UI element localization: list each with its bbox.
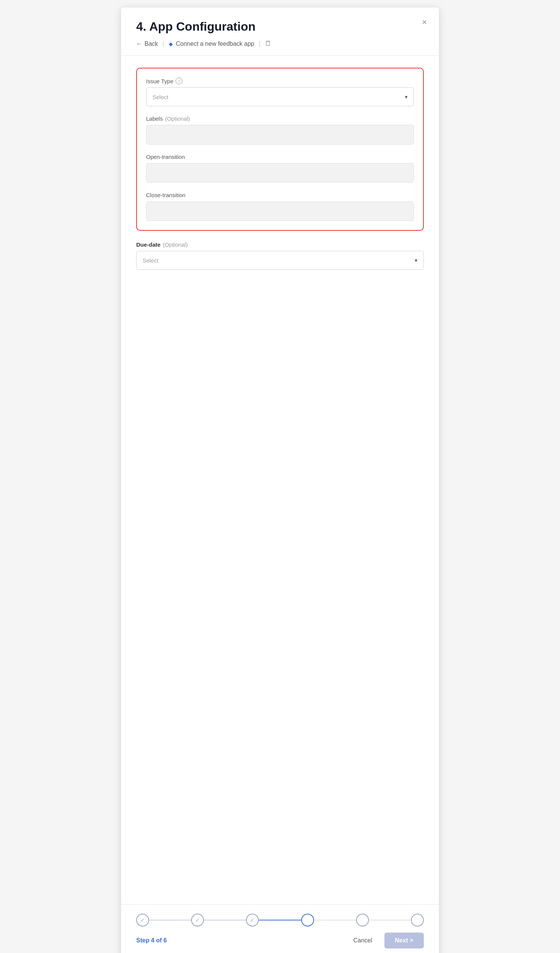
due-date-optional-text: (Optional) [163, 241, 188, 248]
doc-icon[interactable]: 🗒 [265, 40, 272, 48]
cancel-button[interactable]: Cancel [347, 934, 378, 947]
info-icon[interactable]: i [176, 78, 182, 84]
connector-2-3 [204, 920, 246, 920]
modal-body: Issue Type i Select ▾ Labels (Optional) [121, 56, 439, 904]
modal-container: 4. App Configuration ← Back | ◆ Connect … [121, 8, 439, 953]
labels-field-group: Labels (Optional) [146, 115, 414, 145]
open-transition-label: Open-transition [146, 154, 414, 160]
modal-title: 4. App Configuration [136, 20, 424, 34]
due-date-placeholder: Select [143, 257, 159, 264]
step-2-check-icon: ✓ [195, 917, 200, 923]
close-transition-input[interactable] [146, 201, 414, 221]
back-label: Back [145, 40, 158, 47]
connector-3-4 [259, 920, 301, 920]
step-2-circle: ✓ [191, 914, 204, 927]
footer-actions: Step 4 of 6 Cancel Next > [136, 933, 424, 948]
close-transition-label-text: Close-transition [146, 192, 185, 198]
step-3-circle: ✓ [246, 914, 259, 927]
chevron-down-icon: ▾ [405, 94, 408, 100]
issue-type-select[interactable]: Select ▾ [146, 87, 414, 106]
connector-5-6 [369, 920, 411, 920]
due-date-section: Due-date (Optional) Select ▾ [136, 241, 424, 270]
error-section: Issue Type i Select ▾ Labels (Optional) [136, 68, 424, 231]
separator2: | [259, 40, 260, 47]
next-button[interactable]: Next > [384, 933, 424, 948]
close-button[interactable]: × [422, 18, 427, 26]
back-arrow-icon: ← [136, 40, 142, 47]
step-5-circle [356, 914, 369, 927]
connector-1-2 [149, 920, 191, 920]
issue-type-placeholder: Select [152, 94, 168, 100]
due-date-label-text: Due-date [136, 241, 160, 248]
step-6-circle [411, 914, 424, 927]
due-date-chevron-icon: ▾ [415, 257, 417, 263]
step-3-check-icon: ✓ [250, 917, 255, 923]
diamond-icon: ◆ [169, 41, 173, 47]
subtitle-row: ← Back | ◆ Connect a new feedback app | … [136, 40, 424, 48]
labels-optional-text: (Optional) [165, 115, 190, 122]
labels-label-text: Labels [146, 115, 163, 122]
issue-type-field-group: Issue Type i Select ▾ [146, 78, 414, 106]
labels-label: Labels (Optional) [146, 115, 414, 122]
modal-footer: ✓ ✓ ✓ [121, 904, 439, 953]
issue-type-label-text: Issue Type [146, 78, 173, 84]
step-4-circle [301, 914, 314, 927]
step-label: Step 4 of 6 [136, 937, 167, 944]
step-1-check-icon: ✓ [140, 917, 145, 923]
issue-type-label: Issue Type i [146, 78, 414, 84]
progress-section: ✓ ✓ ✓ [136, 914, 424, 948]
footer-buttons: Cancel Next > [347, 933, 424, 948]
due-date-label: Due-date (Optional) [136, 241, 424, 248]
close-transition-label: Close-transition [146, 192, 414, 198]
back-button[interactable]: ← Back [136, 40, 158, 47]
step-1-circle: ✓ [136, 914, 149, 927]
connector-4-5 [314, 920, 356, 920]
due-date-select[interactable]: Select ▾ [136, 251, 424, 270]
labels-input[interactable] [146, 125, 414, 145]
open-transition-input[interactable] [146, 163, 414, 183]
separator: | [163, 40, 164, 47]
open-transition-field-group: Open-transition [146, 154, 414, 183]
progress-steps: ✓ ✓ ✓ [136, 914, 424, 927]
open-transition-label-text: Open-transition [146, 154, 185, 160]
breadcrumb-text: Connect a new feedback app [176, 40, 254, 47]
close-transition-field-group: Close-transition [146, 192, 414, 221]
modal-header: 4. App Configuration ← Back | ◆ Connect … [121, 8, 439, 56]
